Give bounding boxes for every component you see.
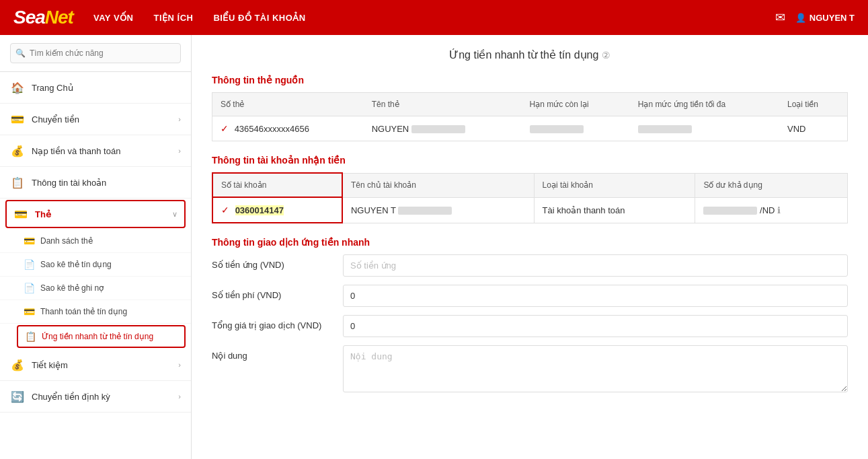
sidebar-label-thong-tin: Thông tin tài khoản: [32, 178, 181, 188]
td-loai-tk: Tài khoản thanh toán: [534, 197, 695, 223]
submenu-label-ung-tien: Ứng tiền nhanh từ thẻ tín dụng: [42, 332, 153, 341]
td-ten-the: NGUYEN: [364, 116, 522, 141]
source-card-table: Số thẻ Tên thẻ Hạn mức còn lại Hạn mức ứ…: [212, 92, 848, 141]
td-han-muc-con-lai: [522, 116, 630, 141]
recurring-icon: 🔄: [10, 389, 25, 404]
blurred-name: [411, 125, 465, 133]
noi-dung-textarea[interactable]: [343, 345, 848, 392]
receive-account-row[interactable]: ✓ 0360014147 NGUYEN T Tài khoản thanh to…: [212, 197, 848, 223]
account-number-value: 0360014147: [235, 205, 284, 215]
transaction-form: Số tiền ứng (VND) Số tiền phí (VND) Tổng…: [212, 254, 848, 394]
submenu-the: 💳 Danh sách thẻ 📄 Sao kê thẻ tín dụng 📄 …: [0, 229, 191, 348]
label-so-tien-ung: Số tiền ứng (VND): [212, 254, 333, 270]
user-name: NGUYEN T: [810, 13, 855, 23]
submenu-danh-sach-the[interactable]: 💳 Danh sách thẻ: [0, 229, 191, 253]
input-so-tien-phi-wrapper: [343, 285, 848, 307]
sidebar-label-nap-tien: Nạp tiền và thanh toán: [32, 146, 171, 156]
chevron-right-icon-2: ›: [178, 147, 181, 155]
sidebar: 🔍 🏠 Trang Chủ 💳 Chuyển tiền › 💰 Nạp tiền…: [0, 35, 192, 459]
label-noi-dung: Nội dung: [212, 345, 333, 361]
input-so-tien-ung-wrapper: [343, 254, 848, 277]
check-icon: ✓: [221, 123, 229, 134]
help-icon[interactable]: ②: [602, 50, 610, 61]
sidebar-item-tiet-kiem[interactable]: 💰 Tiết kiệm ›: [0, 349, 191, 381]
blurred-limit: [530, 125, 584, 133]
sidebar-item-trang-chu[interactable]: 🏠 Trang Chủ: [0, 72, 191, 104]
th-ten-the: Tên thẻ: [364, 93, 522, 116]
card-list-icon: 💳: [24, 236, 35, 246]
source-card-section-title: Thông tin thẻ nguồn: [212, 75, 848, 85]
th-loai-tk: Loại tài khoản: [534, 173, 695, 197]
blurred-owner: [398, 207, 452, 215]
source-card-header-row: Số thẻ Tên thẻ Hạn mức còn lại Hạn mức ứ…: [212, 93, 848, 116]
blurred-advance-limit: [638, 125, 692, 133]
sidebar-item-thong-tin[interactable]: 📋 Thông tin tài khoản: [0, 167, 191, 199]
advance-icon: 📋: [25, 331, 36, 342]
main-content: Ứng tiền nhanh từ thẻ tín dụng ② Thông t…: [192, 35, 868, 459]
td-ten-chu: NGUYEN T: [342, 197, 534, 223]
info-icon[interactable]: ℹ: [777, 205, 781, 215]
statement-credit-icon: 📄: [24, 259, 35, 270]
chevron-down-icon: ∨: [172, 210, 177, 219]
nav-bieu-do[interactable]: BIỂU ĐỒ TÀI KHOẢN: [213, 13, 305, 23]
input-tong-gia-tri-wrapper: [343, 315, 848, 337]
th-loai-tien: Loại tiền: [779, 93, 848, 116]
nav-tien-ich[interactable]: TIỆN ÍCH: [153, 13, 193, 23]
submenu-sao-ke-tin-dung[interactable]: 📄 Sao kê thẻ tín dụng: [0, 253, 191, 277]
chevron-right-icon: ›: [178, 115, 181, 123]
so-tien-phi-input[interactable]: [343, 285, 848, 307]
td-so-du: /ND ℹ: [695, 197, 848, 223]
chevron-right-icon-4: ›: [178, 392, 181, 400]
receive-account-table: Số tài khoản Tên chủ tài khoản Loại tài …: [212, 172, 848, 223]
user-info: 👤 NGUYEN T: [795, 13, 855, 23]
page-title: Ứng tiền nhanh từ thẻ tín dụng ②: [212, 48, 848, 61]
logo-sea: Sea: [13, 7, 45, 28]
nav-vay-von[interactable]: VAY VỐN: [93, 13, 134, 23]
search-icon: 🔍: [15, 48, 26, 58]
chevron-right-icon-3: ›: [178, 361, 181, 369]
account-info-icon: 📋: [10, 175, 25, 190]
receive-account-header-row: Số tài khoản Tên chủ tài khoản Loại tài …: [212, 173, 848, 197]
transfer-icon: 💳: [10, 112, 25, 127]
sidebar-label-trang-chu: Trang Chủ: [32, 83, 181, 93]
td-han-muc-ung: [630, 116, 779, 141]
input-noi-dung-wrapper: [343, 345, 848, 394]
header-right: ✉ 👤 NGUYEN T: [775, 10, 855, 25]
sidebar-label-dinh-ky: Chuyển tiền định kỳ: [32, 392, 171, 402]
form-row-so-tien-ung: Số tiền ứng (VND): [212, 254, 848, 277]
sidebar-item-chuyen-tien[interactable]: 💳 Chuyển tiền ›: [0, 104, 191, 135]
search-box: 🔍: [0, 35, 191, 72]
logo-net: Net: [45, 7, 73, 28]
td-so-tk: ✓ 0360014147: [212, 197, 342, 223]
card-payment-icon: 💳: [24, 306, 35, 317]
label-tong-gia-tri: Tổng giá trị giao dịch (VND): [212, 315, 333, 330]
balance-currency: /ND: [760, 205, 775, 215]
label-so-tien-phi: Số tiền phí (VND): [212, 285, 333, 300]
td-loai-tien: VND: [779, 116, 848, 141]
sidebar-label-chuyen-tien: Chuyển tiền: [32, 114, 171, 125]
submenu-label-sao-ke-gn: Sao kê thẻ ghi nợ: [40, 283, 104, 293]
layout: 🔍 🏠 Trang Chủ 💳 Chuyển tiền › 💰 Nạp tiền…: [0, 35, 868, 459]
submenu-thanh-toan-the[interactable]: 💳 Thanh toán thẻ tín dụng: [0, 300, 191, 324]
card-icon: 💳: [13, 207, 28, 221]
so-tien-ung-input[interactable]: [343, 254, 848, 277]
sidebar-label-tiet-kiem: Tiết kiệm: [32, 360, 171, 370]
home-icon: 🏠: [10, 80, 25, 95]
blurred-balance: [703, 207, 757, 215]
sidebar-item-the[interactable]: 💳 Thẻ ∨: [5, 200, 186, 228]
header: SeaNet VAY VỐN TIỆN ÍCH BIỂU ĐỒ TÀI KHOẢ…: [0, 0, 868, 35]
th-so-tk: Số tài khoản: [212, 173, 342, 197]
submenu-ung-tien-nhanh[interactable]: 📋 Ứng tiền nhanh từ thẻ tín dụng: [17, 325, 186, 348]
submenu-sao-ke-ghi-no[interactable]: 📄 Sao kê thẻ ghi nợ: [0, 277, 191, 300]
submenu-label-thanh-toan: Thanh toán thẻ tín dụng: [40, 307, 127, 316]
source-card-row[interactable]: ✓ 436546xxxxxx4656 NGUYEN VND: [212, 116, 848, 141]
search-input[interactable]: [10, 43, 181, 63]
user-icon: 👤: [795, 13, 806, 23]
th-ten-chu-tk: Tên chủ tài khoản: [342, 173, 534, 197]
envelope-icon[interactable]: ✉: [775, 10, 785, 25]
sidebar-item-dinh-ky[interactable]: 🔄 Chuyển tiền định kỳ ›: [0, 381, 191, 413]
tong-gia-tri-input[interactable]: [343, 315, 848, 337]
transaction-section-title: Thông tin giao dịch ứng tiền nhanh: [212, 237, 848, 248]
sidebar-item-nap-tien[interactable]: 💰 Nạp tiền và thanh toán ›: [0, 135, 191, 167]
savings-icon: 💰: [10, 357, 25, 372]
